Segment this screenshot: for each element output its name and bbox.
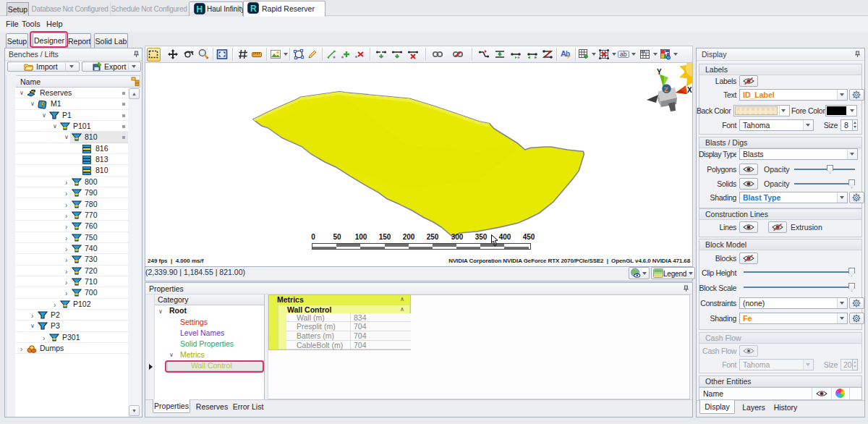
- svg-text:aa: aa: [642, 50, 646, 54]
- svg-text:H: H: [197, 4, 203, 14]
- svg-text:ab: ab: [620, 51, 627, 58]
- svg-text:R: R: [250, 4, 257, 14]
